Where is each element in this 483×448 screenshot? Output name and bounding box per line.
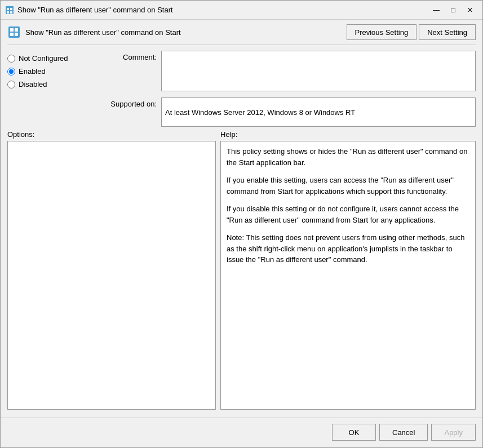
help-paragraph-2: If you enable this setting, users can ac… — [227, 175, 469, 197]
disabled-label: Disabled — [19, 80, 47, 88]
comment-label: Comment: — [106, 51, 157, 61]
right-panel: Comment: Supported on: At least Windows … — [106, 51, 476, 127]
svg-rect-9 — [15, 33, 18, 36]
policy-header: Show "Run as different user" command on … — [7, 24, 476, 45]
policy-icon — [7, 25, 21, 39]
not-configured-option[interactable]: Not Configured — [7, 53, 106, 64]
window-icon — [5, 6, 14, 15]
footer: OK Cancel Apply — [1, 418, 482, 447]
enabled-label: Enabled — [19, 67, 46, 76]
nav-buttons: Previous Setting Next Setting — [347, 24, 476, 40]
supported-label: Supported on: — [106, 97, 157, 108]
svg-rect-3 — [7, 11, 9, 14]
comment-field-container — [161, 51, 476, 93]
close-button[interactable]: ✕ — [462, 4, 478, 16]
enabled-radio[interactable] — [7, 68, 15, 76]
help-paragraph-3: If you disable this setting or do not co… — [227, 203, 469, 225]
previous-setting-button[interactable]: Previous Setting — [347, 24, 417, 40]
not-configured-label: Not Configured — [19, 54, 68, 63]
svg-rect-2 — [10, 8, 12, 10]
svg-rect-1 — [7, 8, 9, 10]
cancel-button[interactable]: Cancel — [379, 424, 428, 441]
help-title: Help: — [220, 130, 476, 139]
help-panel: Help: This policy setting shows or hides… — [220, 130, 476, 410]
title-bar: Show "Run as different user" command on … — [1, 1, 482, 20]
minimize-button[interactable]: — — [428, 4, 444, 16]
help-text-box[interactable]: This policy setting shows or hides the "… — [220, 141, 476, 410]
svg-rect-5 — [8, 26, 20, 38]
ok-button[interactable]: OK — [332, 424, 376, 441]
left-panel: Not Configured Enabled Disabled — [7, 51, 106, 127]
options-panel: Options: — [7, 130, 216, 410]
next-setting-button[interactable]: Next Setting — [419, 24, 476, 40]
comment-row: Comment: — [106, 51, 476, 93]
svg-rect-7 — [15, 28, 18, 32]
help-paragraph-4: Note: This setting does not prevent user… — [227, 232, 469, 265]
window-title: Show "Run as different user" command on … — [17, 6, 425, 14]
maximize-button[interactable]: □ — [445, 4, 461, 16]
main-area: Not Configured Enabled Disabled Comment: — [7, 51, 476, 410]
svg-rect-6 — [10, 28, 14, 32]
main-window: Show "Run as different user" command on … — [0, 0, 483, 448]
policy-title: Show "Run as different user" command on … — [25, 28, 181, 37]
window-controls: — □ ✕ — [428, 4, 478, 16]
options-title: Options: — [7, 130, 216, 139]
options-box — [7, 141, 216, 410]
disabled-radio[interactable] — [7, 81, 15, 88]
supported-value: At least Windows Server 2012, Windows 8 … — [161, 97, 476, 127]
help-paragraph-1: This policy setting shows or hides the "… — [227, 146, 469, 168]
not-configured-radio[interactable] — [7, 55, 15, 63]
svg-rect-4 — [10, 11, 12, 14]
content-area: Show "Run as different user" command on … — [1, 20, 482, 414]
svg-rect-8 — [10, 33, 14, 36]
top-section: Not Configured Enabled Disabled Comment: — [7, 51, 476, 127]
supported-row: Supported on: At least Windows Server 20… — [106, 97, 476, 127]
supported-field-container: At least Windows Server 2012, Windows 8 … — [161, 97, 476, 127]
bottom-section: Options: Help: This policy setting shows… — [7, 130, 476, 410]
comment-textarea[interactable] — [161, 51, 476, 91]
disabled-option[interactable]: Disabled — [7, 79, 106, 90]
apply-button[interactable]: Apply — [431, 424, 476, 441]
enabled-option[interactable]: Enabled — [7, 66, 106, 77]
policy-title-section: Show "Run as different user" command on … — [7, 25, 181, 39]
